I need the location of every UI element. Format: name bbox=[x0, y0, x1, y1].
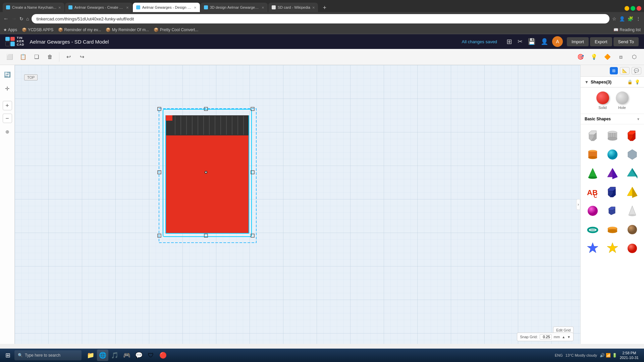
snap-grid-up[interactable]: ▲ bbox=[562, 335, 565, 339]
shape-text-red[interactable]: ABC bbox=[583, 183, 602, 201]
convert-bookmark[interactable]: 📦 Pretty Cool Convert... bbox=[154, 27, 198, 32]
grid-toggle-btn[interactable]: ⊞ bbox=[610, 67, 618, 74]
avatar-button[interactable]: A bbox=[552, 36, 563, 47]
tab-3[interactable]: Aelmar Gewarges - Design & M... × bbox=[133, 3, 200, 12]
taskbar-app-chrome[interactable]: 🌐 bbox=[97, 350, 108, 361]
shape-box-red[interactable] bbox=[623, 127, 641, 144]
tab-5[interactable]: SD card - Wikipedia × bbox=[268, 3, 318, 12]
pan-view-button[interactable]: ✛ bbox=[2, 83, 13, 94]
undo-button[interactable]: ↩ bbox=[63, 51, 74, 63]
shape-cylinder-flat[interactable] bbox=[603, 221, 622, 238]
back-button[interactable]: ← bbox=[3, 16, 9, 22]
taskbar-search[interactable]: 🔍 Type here to search bbox=[14, 350, 82, 360]
forward-button[interactable]: → bbox=[11, 16, 17, 22]
close-button[interactable] bbox=[637, 6, 641, 11]
taskbar-app-explorer[interactable]: 📁 bbox=[85, 350, 96, 361]
tinkercad-logo[interactable]: TINKERCAD bbox=[5, 37, 24, 47]
bookmark-icon[interactable]: ☆ bbox=[612, 16, 616, 21]
minimize-button[interactable] bbox=[625, 6, 629, 11]
hole-type[interactable]: Hole bbox=[616, 92, 629, 110]
solid-type[interactable]: Solid bbox=[596, 92, 609, 110]
tab-2[interactable]: Aelmar Gewarges - Create a Na... × bbox=[65, 3, 132, 12]
shape-sphere-teal[interactable] bbox=[603, 146, 622, 163]
taskbar-app-extra1[interactable]: 🛡 bbox=[145, 350, 157, 361]
account-button[interactable]: 👤 bbox=[538, 37, 551, 47]
shape-cylinder-orange[interactable] bbox=[583, 146, 602, 163]
zoom-out-button[interactable]: − bbox=[3, 114, 12, 123]
tab-1[interactable]: Create a Name Keychain... × bbox=[3, 3, 64, 12]
svg-marker-75 bbox=[587, 243, 598, 253]
tab-4[interactable]: 3D design Aelmar Gewarges - S... × bbox=[201, 3, 268, 12]
fit-view-button[interactable]: ⊕ bbox=[2, 126, 13, 137]
home-button[interactable]: ⌂ bbox=[26, 16, 29, 21]
redo-button[interactable]: ↪ bbox=[76, 51, 88, 63]
shape-tool-button[interactable]: 🔶 bbox=[602, 51, 613, 63]
import-button[interactable]: Import bbox=[567, 37, 589, 46]
mirror-tool-button[interactable]: ⬡ bbox=[629, 51, 640, 63]
3d-view-button[interactable]: ✂ bbox=[515, 37, 525, 47]
maximize-button[interactable] bbox=[631, 6, 635, 11]
zoom-in-button[interactable]: + bbox=[3, 101, 12, 110]
shape-torus-teal[interactable] bbox=[583, 221, 602, 238]
shape-box-navy[interactable] bbox=[603, 183, 622, 201]
shape-pyramid-purple[interactable] bbox=[603, 165, 622, 182]
export-button[interactable]: Export bbox=[590, 37, 612, 46]
shape-box-gray[interactable] bbox=[583, 127, 602, 144]
shape-pyramid-yellow[interactable] bbox=[623, 183, 641, 201]
ruler-toggle-btn[interactable]: 📐 bbox=[620, 67, 630, 74]
shape-prism-teal[interactable] bbox=[623, 165, 641, 182]
taskbar-app-extra2[interactable]: 🔴 bbox=[157, 350, 169, 361]
start-button[interactable]: ⊞ bbox=[3, 350, 13, 360]
duplicate-button[interactable]: ❑ bbox=[31, 51, 42, 63]
sd-card-object[interactable]: ↻ bbox=[162, 109, 253, 242]
address-input[interactable] bbox=[32, 14, 609, 23]
extensions-icon[interactable]: 🧩 bbox=[628, 16, 633, 21]
shape-metallic[interactable] bbox=[623, 146, 641, 163]
reading-list[interactable]: 📖 Reading list bbox=[613, 27, 641, 32]
shape-sphere-magenta[interactable] bbox=[583, 202, 602, 220]
shape-cone-green[interactable] bbox=[583, 165, 602, 182]
snap-grid-value[interactable] bbox=[540, 334, 552, 340]
send-to-button[interactable]: Send To bbox=[613, 37, 639, 46]
reload-button[interactable]: ↻ bbox=[19, 16, 23, 21]
shapes-category-header[interactable]: Basic Shapes ▼ bbox=[581, 114, 644, 124]
shapes-collapse-button[interactable]: ▼ bbox=[585, 80, 589, 84]
panel-collapse-btn[interactable]: › bbox=[576, 199, 580, 210]
ycdsb-bookmark[interactable]: 📦 YCDSB APPS bbox=[22, 27, 53, 32]
light-tool-button[interactable]: 💡 bbox=[588, 51, 600, 63]
taskbar-app-spotify[interactable]: 🎵 bbox=[109, 350, 120, 361]
canvas-area[interactable]: TOP ↻ bbox=[15, 65, 580, 344]
apps-bookmark[interactable]: ★ Apps bbox=[3, 27, 17, 32]
copy-button[interactable]: ⬜ bbox=[4, 51, 15, 63]
shape-cone-white[interactable] bbox=[623, 202, 641, 220]
chat-toggle-btn[interactable]: 💬 bbox=[632, 67, 641, 74]
paste-button[interactable]: 📋 bbox=[17, 51, 29, 63]
menu-icon[interactable]: ⋮ bbox=[636, 16, 641, 21]
shape-cylinder-striped[interactable] bbox=[603, 127, 622, 144]
delete-button[interactable]: 🗑 bbox=[44, 51, 56, 63]
tab-close-1[interactable]: × bbox=[58, 5, 61, 10]
shape-sphere-brown[interactable] bbox=[623, 221, 641, 238]
tab-close-2[interactable]: × bbox=[126, 5, 129, 10]
rotate-view-button[interactable]: 🔄 bbox=[2, 69, 13, 80]
shapes-eye-button[interactable]: 💡 bbox=[635, 79, 640, 84]
shapes-lock-button[interactable]: 🔒 bbox=[627, 79, 633, 84]
new-tab-button[interactable]: + bbox=[320, 4, 329, 12]
tab-close-4[interactable]: × bbox=[262, 5, 264, 10]
tab-close-3[interactable]: × bbox=[194, 5, 197, 10]
shape-box-blue[interactable] bbox=[603, 202, 622, 220]
snap-grid-down[interactable]: ▼ bbox=[567, 335, 571, 339]
shape-sphere-red2[interactable] bbox=[623, 240, 641, 257]
grid-view-button[interactable]: ⊞ bbox=[504, 36, 515, 47]
reminder2-bookmark[interactable]: 📦 My Reminder Of m... bbox=[106, 27, 149, 32]
reminder1-bookmark[interactable]: 📦 Reminder of my ev... bbox=[58, 27, 101, 32]
taskbar-app-steam[interactable]: 🎮 bbox=[121, 350, 132, 361]
camera-tool-button[interactable]: 🎯 bbox=[575, 51, 586, 63]
taskbar-app-discord[interactable]: 💬 bbox=[133, 350, 145, 361]
shape-star-blue[interactable] bbox=[583, 240, 602, 257]
shape-star-yellow[interactable] bbox=[603, 240, 622, 257]
align-tool-button[interactable]: ⧈ bbox=[615, 51, 627, 63]
tab-close-5[interactable]: × bbox=[312, 5, 315, 10]
save-button[interactable]: 💾 bbox=[525, 37, 538, 47]
profile-icon[interactable]: 👤 bbox=[619, 16, 625, 21]
